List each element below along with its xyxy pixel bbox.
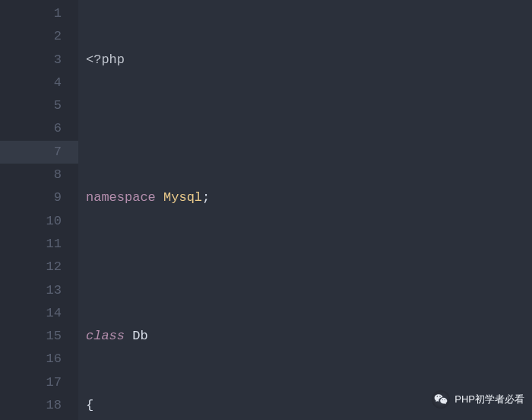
code-line-6: { bbox=[78, 394, 532, 417]
line-number: 8 bbox=[0, 164, 78, 186]
line-number: 17 bbox=[0, 371, 78, 394]
line-number: 5 bbox=[0, 94, 78, 117]
token-namespace: namespace bbox=[86, 190, 156, 205]
line-number-active: 7 bbox=[0, 141, 78, 164]
code-line-3: namespace Mysql; bbox=[78, 186, 532, 209]
line-number: 14 bbox=[0, 302, 78, 325]
line-number: 2 bbox=[0, 25, 78, 48]
line-number-gutter: 1 2 3 4 5 6 7 8 9 10 11 12 13 14 15 16 1… bbox=[0, 0, 78, 420]
line-number: 12 bbox=[0, 256, 78, 278]
line-number: 18 bbox=[0, 394, 78, 417]
line-number: 1 bbox=[0, 2, 78, 25]
line-number: 3 bbox=[0, 49, 78, 72]
token-classname: Db bbox=[125, 329, 148, 343]
code-line-5: class Db bbox=[78, 325, 532, 348]
line-number: 11 bbox=[0, 233, 78, 256]
token-brace: { bbox=[86, 398, 93, 412]
token-nsname: Mysql bbox=[156, 190, 202, 205]
line-number: 10 bbox=[0, 210, 78, 233]
token-php: php bbox=[101, 52, 125, 67]
code-editor: 1 2 3 4 5 6 7 8 9 10 11 12 13 14 15 16 1… bbox=[0, 0, 532, 420]
code-line-1: <?php bbox=[78, 49, 532, 72]
code-line-2 bbox=[78, 117, 532, 140]
line-number: 16 bbox=[0, 348, 78, 371]
token-semi: ; bbox=[202, 190, 210, 205]
token-open-tag: <? bbox=[86, 52, 101, 67]
line-number: 4 bbox=[0, 72, 78, 94]
code-line-4 bbox=[78, 256, 532, 278]
line-number: 15 bbox=[0, 325, 78, 348]
line-number: 6 bbox=[0, 117, 78, 140]
code-area[interactable]: <?php namespace Mysql; class Db { // 定义p… bbox=[78, 0, 532, 420]
line-number: 13 bbox=[0, 279, 78, 302]
token-class-kw: class bbox=[86, 329, 125, 343]
line-number: 9 bbox=[0, 186, 78, 209]
